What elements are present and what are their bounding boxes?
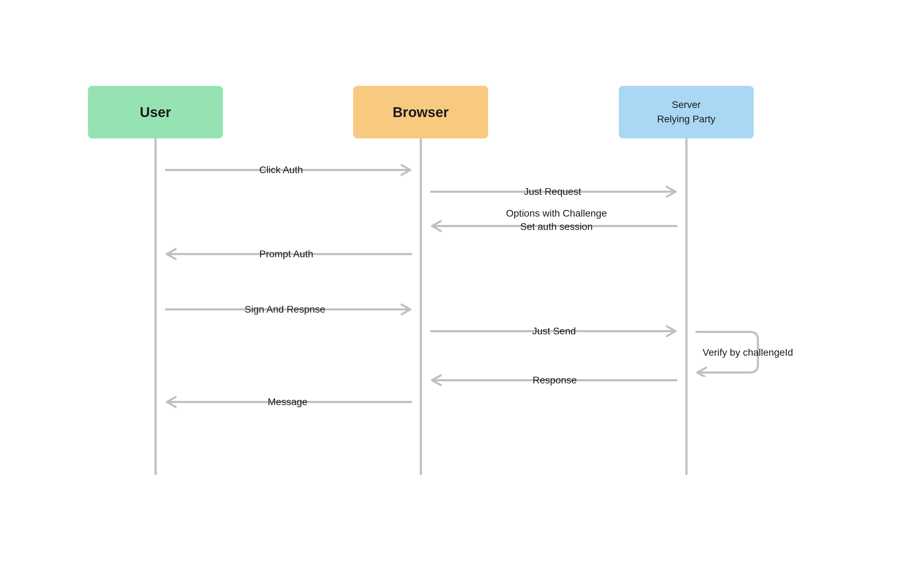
actor-browser: Browser	[353, 86, 488, 138]
label-just-request: Just Request	[524, 185, 581, 198]
actor-browser-label: Browser	[392, 105, 449, 120]
label-sign-response: Sign And Respnse	[245, 303, 325, 316]
label-response: Response	[533, 374, 577, 387]
lifeline-server	[685, 138, 688, 475]
label-click-auth: Click Auth	[259, 163, 303, 177]
actor-server-label-1: Server	[672, 98, 700, 112]
label-message: Message	[268, 395, 308, 409]
label-options-challenge: Options with Challenge Set auth session	[504, 207, 609, 233]
actor-user-label: User	[140, 105, 171, 120]
actor-user: User	[88, 86, 223, 138]
label-prompt-auth: Prompt Auth	[259, 247, 313, 261]
lifeline-browser	[420, 138, 422, 475]
actor-server: Server Relying Party	[619, 86, 754, 138]
label-just-send: Just Send	[532, 324, 576, 338]
lifeline-user	[155, 138, 156, 475]
actor-server-label-2: Relying Party	[657, 112, 716, 127]
label-verify: Verify by challengeId	[702, 347, 793, 358]
sequence-diagram: User Browser Server Relying Party Click …	[0, 0, 924, 573]
